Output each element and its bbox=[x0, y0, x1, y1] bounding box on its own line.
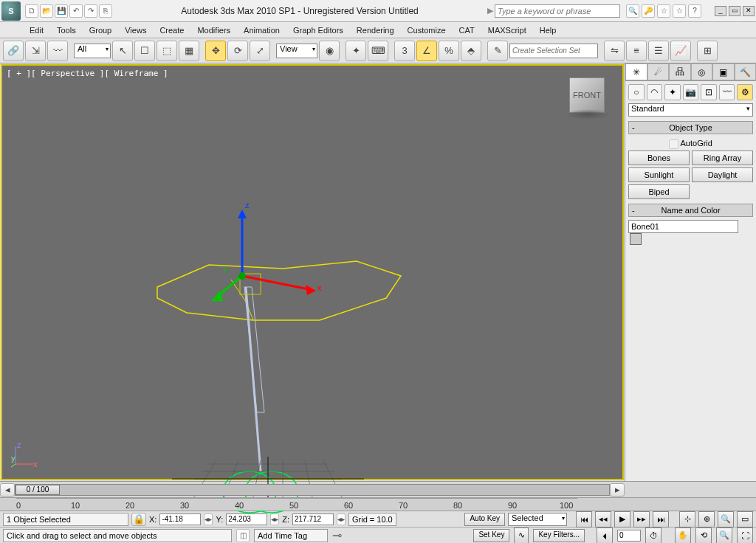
systems-cat-icon[interactable]: ⚙ bbox=[737, 84, 753, 100]
curve-editor-icon[interactable]: 📈 bbox=[670, 41, 691, 61]
unlink-tool-icon[interactable]: ⇲ bbox=[25, 41, 46, 61]
arc-rotate-icon[interactable]: ⟲ bbox=[695, 528, 712, 544]
keyboard-shortcut-icon[interactable]: ⌨ bbox=[368, 41, 388, 61]
helpers-cat-icon[interactable]: ⊡ bbox=[701, 84, 717, 100]
keystep-prev-icon[interactable]: ⏴ bbox=[597, 528, 613, 544]
named-selection-input[interactable] bbox=[509, 44, 598, 58]
close-button[interactable]: ✕ bbox=[743, 6, 755, 16]
snap-toggle-icon[interactable]: 3 bbox=[394, 41, 415, 61]
viewport-label[interactable]: [ + ][ Perspective ][ Wireframe ] bbox=[7, 69, 168, 78]
help-search-input[interactable] bbox=[495, 4, 620, 18]
viewport-nav2-icon[interactable]: ⊕ bbox=[698, 511, 715, 528]
sunlight-button[interactable]: Sunlight bbox=[628, 167, 690, 182]
cameras-cat-icon[interactable]: 📷 bbox=[683, 84, 699, 100]
time-slider-thumb[interactable]: 0 / 100 bbox=[16, 485, 60, 495]
shapes-cat-icon[interactable]: ◠ bbox=[647, 84, 663, 100]
link-tool-icon[interactable]: 🔗 bbox=[3, 41, 24, 61]
select-scale-icon[interactable]: ⤢ bbox=[250, 41, 270, 61]
key-mode-icon[interactable]: ⊸ bbox=[332, 528, 342, 542]
keymode-dropdown[interactable]: Selected bbox=[508, 513, 567, 526]
open-icon[interactable]: 📂 bbox=[40, 4, 53, 18]
star2-icon[interactable]: ☆ bbox=[673, 4, 686, 18]
pan-icon[interactable]: ✋ bbox=[675, 528, 691, 544]
goto-start-icon[interactable]: ⏮ bbox=[576, 511, 592, 528]
ring-array-button[interactable]: Ring Array bbox=[692, 151, 753, 165]
redo-icon[interactable]: ↷ bbox=[84, 4, 97, 18]
next-frame-icon[interactable]: ▸▸ bbox=[633, 511, 650, 528]
object-color-swatch[interactable] bbox=[630, 233, 642, 245]
star-icon[interactable]: ☆ bbox=[657, 4, 670, 18]
geometry-cat-icon[interactable]: ○ bbox=[628, 84, 645, 100]
time-slider-prev-icon[interactable]: ◂ bbox=[0, 483, 15, 497]
create-tab-icon[interactable]: ✳ bbox=[625, 63, 647, 80]
save-icon[interactable]: 💾 bbox=[55, 4, 68, 18]
undo-icon[interactable]: ↶ bbox=[69, 4, 83, 18]
motion-tab-icon[interactable]: ◎ bbox=[691, 63, 713, 80]
pivot-center-icon[interactable]: ◉ bbox=[319, 41, 340, 61]
select-region-icon[interactable]: ⬚ bbox=[157, 41, 177, 61]
ref-coord-dropdown[interactable]: View bbox=[276, 44, 317, 58]
manipulate-icon[interactable]: ✦ bbox=[346, 41, 366, 61]
key-icon[interactable]: 🔑 bbox=[642, 4, 655, 18]
schematic-view-icon[interactable]: ⊞ bbox=[697, 41, 718, 61]
select-move-icon[interactable]: ✥ bbox=[205, 41, 226, 61]
lights-cat-icon[interactable]: ✦ bbox=[664, 84, 681, 100]
restore-button[interactable]: ▭ bbox=[729, 6, 740, 16]
play-icon[interactable]: ▶ bbox=[614, 511, 630, 528]
menu-maxscript[interactable]: MAXScript bbox=[488, 26, 526, 35]
select-object-icon[interactable]: ↖ bbox=[112, 41, 133, 61]
object-type-rollout[interactable]: Object Type bbox=[628, 121, 753, 134]
viewport-nav1-icon[interactable]: ⊹ bbox=[679, 511, 695, 528]
window-crossing-icon[interactable]: ▦ bbox=[179, 41, 199, 61]
key-tangent-icon[interactable]: ∿ bbox=[514, 528, 529, 544]
perspective-viewport[interactable]: [ + ][ Perspective ][ Wireframe ] FRONT bbox=[1, 64, 624, 480]
modify-tab-icon[interactable]: ☄ bbox=[647, 63, 670, 80]
selection-filter-dropdown[interactable]: All bbox=[74, 44, 111, 58]
menu-modifiers[interactable]: Modifiers bbox=[197, 26, 230, 35]
isolate-icon[interactable]: ◫ bbox=[236, 529, 250, 542]
menu-help[interactable]: Help bbox=[540, 26, 557, 35]
new-icon[interactable]: 🗋 bbox=[25, 4, 38, 18]
viewport-nav3-icon[interactable]: 🔍 bbox=[718, 511, 734, 528]
angle-snap-icon[interactable]: ∠ bbox=[416, 41, 437, 61]
object-name-input[interactable] bbox=[628, 220, 738, 233]
utilities-tab-icon[interactable]: 🔨 bbox=[735, 63, 757, 80]
biped-button[interactable]: Biped bbox=[628, 184, 690, 199]
menu-create[interactable]: Create bbox=[159, 26, 184, 35]
spacewarps-cat-icon[interactable]: 〰 bbox=[719, 84, 735, 100]
menu-edit[interactable]: Edit bbox=[30, 26, 44, 35]
name-color-rollout[interactable]: Name and Color bbox=[628, 204, 753, 217]
prev-frame-icon[interactable]: ◂◂ bbox=[595, 511, 611, 528]
current-frame-input[interactable] bbox=[617, 530, 641, 542]
binoculars-icon[interactable]: 🔍 bbox=[626, 4, 639, 18]
menu-cat[interactable]: CAT bbox=[459, 26, 475, 35]
time-slider-next-icon[interactable]: ▸ bbox=[610, 483, 625, 497]
add-time-tag[interactable]: Add Time Tag bbox=[254, 529, 328, 542]
select-name-icon[interactable]: ☐ bbox=[134, 41, 155, 61]
viewcube[interactable]: FRONT bbox=[569, 77, 605, 113]
bind-spacewarp-icon[interactable]: 〰 bbox=[47, 41, 68, 61]
setkey-button[interactable]: Set Key bbox=[473, 529, 509, 542]
percent-snap-icon[interactable]: % bbox=[439, 41, 459, 61]
subcategory-dropdown[interactable]: Standard bbox=[628, 103, 753, 117]
maximize-viewport-icon[interactable]: ⛶ bbox=[737, 528, 753, 544]
menu-tools[interactable]: Tools bbox=[57, 26, 76, 35]
menu-views[interactable]: Views bbox=[125, 26, 146, 35]
menu-rendering[interactable]: Rendering bbox=[357, 26, 394, 35]
edit-named-sel-icon[interactable]: ✎ bbox=[487, 41, 508, 61]
menu-group[interactable]: Group bbox=[89, 26, 112, 35]
hierarchy-tab-icon[interactable]: 品 bbox=[669, 63, 691, 80]
mirror-icon[interactable]: ⇋ bbox=[604, 41, 625, 61]
link-icon[interactable]: ⎘ bbox=[99, 4, 112, 18]
keyfilters-button[interactable]: Key Filters... bbox=[533, 529, 585, 542]
autokey-button[interactable]: Auto Key bbox=[464, 513, 505, 526]
bones-button[interactable]: Bones bbox=[628, 151, 690, 165]
spinner-snap-icon[interactable]: ⬘ bbox=[461, 41, 481, 61]
menu-grapheditors[interactable]: Graph Editors bbox=[293, 26, 343, 35]
app-logo[interactable]: S bbox=[1, 1, 21, 21]
menu-customize[interactable]: Customize bbox=[408, 26, 446, 35]
viewport-nav4-icon[interactable]: ▭ bbox=[737, 511, 753, 528]
display-tab-icon[interactable]: ▣ bbox=[712, 63, 735, 80]
help-icon[interactable]: ? bbox=[688, 4, 701, 18]
menu-animation[interactable]: Animation bbox=[244, 26, 280, 35]
